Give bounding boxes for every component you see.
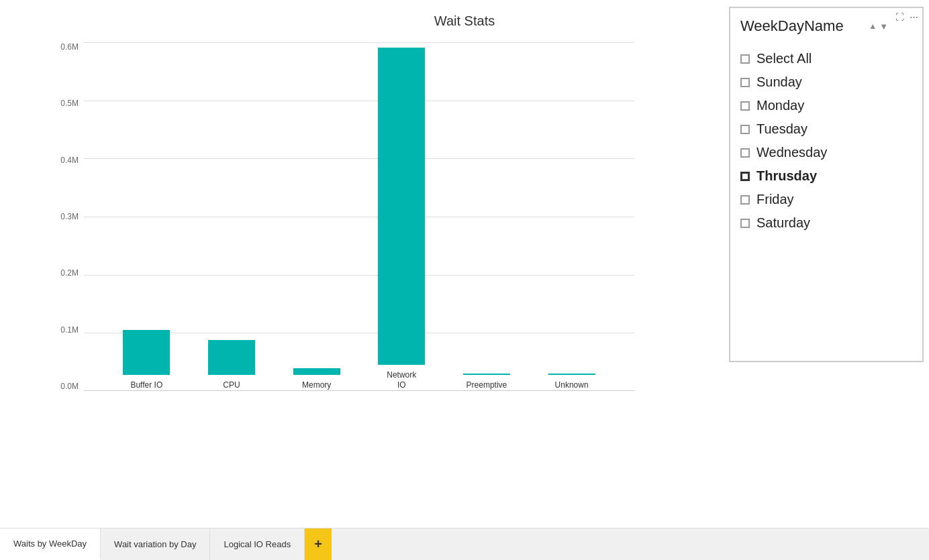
bar-label-memory: Memory <box>302 380 331 391</box>
slicer-item-saturday[interactable]: Saturday <box>740 211 912 235</box>
chart-inner: Buffer IO CPU Memory NetworkIO <box>84 42 634 391</box>
checkbox-monday <box>740 101 750 111</box>
y-label-03m: 0.3M <box>60 212 79 221</box>
item-label-monday: Monday <box>756 98 804 113</box>
bars-container: Buffer IO CPU Memory NetworkIO <box>84 42 634 391</box>
y-label-05m: 0.5M <box>60 99 79 108</box>
tab-logical-io[interactable]: Logical IO Reads <box>210 528 305 560</box>
tab-bar: Waits by WeekDay Wait variation by Day L… <box>0 528 929 560</box>
tab-waits-by-weekday[interactable]: Waits by WeekDay <box>0 528 101 560</box>
bar-unknown <box>548 374 595 375</box>
bar-label-networkio: NetworkIO <box>387 370 416 391</box>
add-tab-button[interactable]: + <box>305 528 332 560</box>
sort-desc-icon[interactable]: ▼ <box>879 21 888 32</box>
slicer-more-icon[interactable]: ⋯ <box>910 12 918 22</box>
y-label-00m: 0.0M <box>60 382 79 391</box>
slicer-title: WeekDayName <box>740 17 844 35</box>
bar-cpu <box>208 340 255 375</box>
bar-memory <box>293 368 340 375</box>
bar-label-unknown: Unknown <box>555 380 589 391</box>
bar-group-networkio[interactable]: NetworkIO <box>368 48 435 391</box>
item-label-selectall: Select All <box>756 51 812 66</box>
checkbox-saturday <box>740 219 750 228</box>
item-label-tuesday: Tuesday <box>756 121 808 137</box>
slicer-header: WeekDayName ▲ ▼ <box>740 17 912 40</box>
bar-group-cpu[interactable]: CPU <box>198 340 265 391</box>
slicer-panel: ⛶ ⋯ WeekDayName ▲ ▼ Select All Sunday Mo… <box>729 7 924 362</box>
y-label-04m: 0.4M <box>60 156 79 165</box>
checkbox-friday <box>740 195 750 205</box>
slicer-item-sunday[interactable]: Sunday <box>740 70 912 94</box>
bar-networkio <box>378 48 425 365</box>
bar-group-preemptive[interactable]: Preemptive <box>453 374 520 391</box>
item-label-wednesday: Wednesday <box>756 145 827 160</box>
bar-bufferio <box>123 330 170 376</box>
bar-group-memory[interactable]: Memory <box>283 368 350 391</box>
slicer-item-tuesday[interactable]: Tuesday <box>740 117 912 141</box>
y-label-01m: 0.1M <box>60 325 79 335</box>
bar-group-bufferio[interactable]: Buffer IO <box>113 330 180 391</box>
slicer-expand-icon[interactable]: ⛶ <box>895 12 904 22</box>
bar-group-unknown[interactable]: Unknown <box>538 374 605 391</box>
checkbox-tuesday <box>740 125 750 134</box>
slicer-item-wednesday[interactable]: Wednesday <box>740 141 912 164</box>
item-label-saturday: Saturday <box>756 215 810 231</box>
checkbox-thrusday <box>740 172 750 181</box>
y-label-06m: 0.6M <box>60 42 79 52</box>
checkbox-wednesday <box>740 148 750 158</box>
item-label-thrusday: Thrusday <box>756 168 817 184</box>
slicer-item-monday[interactable]: Monday <box>740 94 912 117</box>
slicer-item-selectall[interactable]: Select All <box>740 47 912 70</box>
item-label-friday: Friday <box>756 192 794 207</box>
y-axis: 0.6M 0.5M 0.4M 0.3M 0.2M 0.1M 0.0M <box>47 42 84 391</box>
sort-asc-icon[interactable]: ▲ <box>869 21 877 31</box>
y-label-02m: 0.2M <box>60 268 79 278</box>
bar-label-bufferio: Buffer IO <box>130 380 162 391</box>
tab-wait-variation[interactable]: Wait variation by Day <box>101 528 210 560</box>
slicer-item-thrusday[interactable]: Thrusday <box>740 164 912 188</box>
bar-label-cpu: CPU <box>223 380 240 391</box>
checkbox-selectall <box>740 54 750 64</box>
bar-preemptive <box>463 374 510 376</box>
bar-label-preemptive: Preemptive <box>467 380 507 391</box>
item-label-sunday: Sunday <box>756 74 802 90</box>
slicer-items-list: Select All Sunday Monday Tuesday Wednesd… <box>740 47 912 235</box>
checkbox-sunday <box>740 78 750 87</box>
slicer-item-friday[interactable]: Friday <box>740 188 912 211</box>
